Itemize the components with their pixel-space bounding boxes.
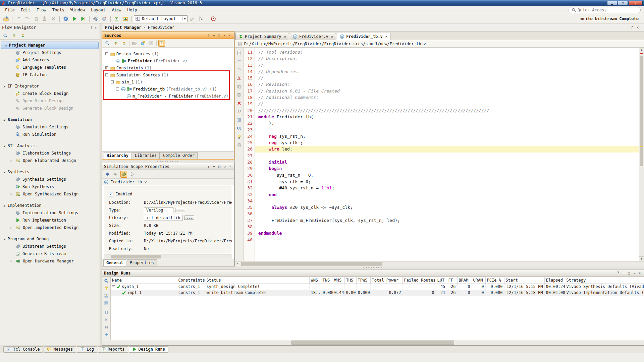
flow-item-create-block-design[interactable]: Create Block Design <box>0 90 100 97</box>
slashes-button[interactable]: // <box>236 108 243 115</box>
bottom-tab-tcl-console[interactable]: Tcl Console <box>3 346 43 353</box>
flow-item-generate-bitstream[interactable]: Generate Bitstream <box>0 250 100 257</box>
minimize-icon[interactable]: ─ <box>212 165 216 168</box>
settings-gear-button[interactable] <box>92 15 100 22</box>
menu-edit[interactable]: Edit <box>18 7 34 13</box>
redo-button[interactable] <box>236 66 243 73</box>
close-icon[interactable]: × <box>638 271 642 275</box>
property-value-field[interactable]: xil_defaultlib <box>144 215 182 221</box>
column-header-tpws[interactable]: TPWS <box>356 277 370 284</box>
xred-button[interactable] <box>236 100 243 107</box>
column-header-total-power[interactable]: Total Power <box>370 277 402 284</box>
maximize-icon[interactable]: □ <box>217 34 221 37</box>
find-button[interactable] <box>236 125 243 132</box>
flow-item-open-hardware-manager[interactable]: ▷Open Hardware Manager <box>0 257 100 265</box>
indent-button[interactable] <box>236 117 243 123</box>
undo-button[interactable] <box>14 15 22 22</box>
minimize-icon[interactable]: ─ <box>212 34 216 37</box>
open-project-button[interactable] <box>2 15 10 22</box>
flow-item-run-simulation[interactable]: Run Simulation <box>0 131 100 138</box>
editor-tab-fredivider-tb-v[interactable]: veFredivider_tb.v× <box>337 33 390 40</box>
flow-section-simulation[interactable]: ◢Simulation <box>0 116 100 123</box>
collapse-box-icon[interactable]: − <box>116 87 119 90</box>
browse-button[interactable]: ... <box>184 216 194 220</box>
flow-item-run-synthesis[interactable]: Run Synthesis <box>0 183 100 190</box>
page-button[interactable] <box>236 50 243 56</box>
column-header-pcie[interactable]: PCIe % <box>485 277 504 284</box>
flow-item-ip-catalog[interactable]: IPIP Catalog <box>0 71 100 78</box>
scroll-left-icon[interactable]: ◄ <box>235 261 240 266</box>
pointer-button[interactable] <box>129 171 136 178</box>
column-header-name[interactable]: Name <box>111 277 177 284</box>
column-header-wns[interactable]: WNS <box>309 277 321 284</box>
properties-tab-properties[interactable]: Properties <box>127 259 157 266</box>
expand-arrow-icon[interactable]: ▷ <box>10 259 13 263</box>
sources-tab-hierarchy[interactable]: Hierarchy <box>104 152 131 159</box>
close-button[interactable]: ✕ <box>629 1 643 5</box>
minimize-icon[interactable]: ─ <box>622 271 626 275</box>
bottom-tab-reports[interactable]: Reports <box>98 346 128 353</box>
redo-button[interactable] <box>23 15 31 22</box>
report-sigma-button[interactable]: Σ <box>113 15 121 22</box>
maximize-icon[interactable]: □ <box>217 165 221 168</box>
menu-layout[interactable]: Layout <box>88 7 108 13</box>
collapse-box-icon[interactable]: − <box>112 285 115 288</box>
flow-item-open-elaborated-design[interactable]: ▷Open Elaborated Design <box>0 157 100 164</box>
maximize-button[interactable]: ▢ <box>618 1 628 5</box>
back-button[interactable] <box>104 171 110 178</box>
properties-tab-general[interactable]: General <box>103 259 126 266</box>
expand-tree-button[interactable] <box>103 300 110 306</box>
flow-item-synthesis-settings[interactable]: Synthesis Settings <box>0 176 100 183</box>
column-header-ff[interactable]: FF <box>447 277 457 284</box>
flow-item-bitstream-settings[interactable]: Bitstream Settings <box>0 243 100 250</box>
tree-item-simulation-sources[interactable]: −Simulation Sources (1) <box>104 71 234 78</box>
filter-button[interactable] <box>103 286 110 291</box>
flow-item-implementation-settings[interactable]: Implementation Settings <box>0 209 100 217</box>
paste-button[interactable] <box>41 15 49 22</box>
search-button[interactable] <box>2 32 9 39</box>
collapse-box-icon[interactable]: − <box>111 80 114 83</box>
pointer-button[interactable] <box>197 15 205 22</box>
customize-gear-button[interactable] <box>100 15 108 22</box>
bottom-tab-log[interactable]: Log <box>77 346 97 353</box>
step-fwd-button[interactable] <box>103 324 110 330</box>
forward-button[interactable] <box>112 171 119 178</box>
flow-section-ip-integrator[interactable]: ◢IP Integrator <box>0 82 100 90</box>
close-tab-icon[interactable]: × <box>284 35 286 39</box>
close-icon[interactable]: × <box>228 165 232 168</box>
flow-item-open-synthesized-design[interactable]: ▷Open Synthesized Design <box>0 190 100 198</box>
column-header-start[interactable]: Start <box>504 277 544 284</box>
open-folder-button[interactable] <box>131 40 138 47</box>
clipboard-gray-button[interactable] <box>236 142 243 148</box>
flow-item-open-block-design[interactable]: Open Block Design <box>0 97 100 105</box>
sources-tab-libraries[interactable]: Libraries <box>132 152 160 159</box>
maximize-icon[interactable]: □ <box>627 271 631 275</box>
editor-tab-project-summary[interactable]: ΣProject Summary× <box>235 33 289 40</box>
design-run-row-synth-1[interactable]: −synth_1constrs_1synth_design Complete!4… <box>111 284 644 290</box>
track-selection-button[interactable] <box>158 40 165 47</box>
float-icon[interactable]: ↗ <box>222 34 226 37</box>
tree-item-fredivider[interactable]: veFreDivider (FreDivider.v) <box>104 57 234 64</box>
menu-tools[interactable]: Tools <box>49 7 67 13</box>
flow-item-add-sources[interactable]: Add Sources <box>0 56 100 64</box>
column-header-constraints[interactable]: Constraints <box>177 277 205 284</box>
bottom-tab-messages[interactable]: Messages <box>44 346 76 353</box>
flow-item-generate-block-design[interactable]: Generate Block Design <box>0 105 100 112</box>
close-icon[interactable]: × <box>635 25 641 30</box>
delete-button[interactable] <box>49 15 57 22</box>
step-back-button[interactable] <box>103 317 110 322</box>
help-button[interactable]: ? <box>148 40 155 47</box>
expand-box-icon[interactable]: + <box>105 66 108 69</box>
copy-button[interactable] <box>32 15 40 22</box>
dashboard-button[interactable] <box>209 15 217 22</box>
tree-item-sim-1[interactable]: −sim_1 (1) <box>104 78 234 85</box>
float-icon[interactable]: ↗ <box>223 165 227 168</box>
tree-item-design-sources[interactable]: −Design Sources (1) <box>104 50 234 57</box>
column-header-status[interactable]: Status <box>205 277 309 284</box>
code-editor[interactable]: 1112131415161718192021222324252627282930… <box>244 48 639 261</box>
column-header-strategy[interactable]: Strategy <box>565 277 644 284</box>
collapse-box-icon[interactable]: − <box>105 52 108 55</box>
flow-item-open-implemented-design[interactable]: ▷Open Implemented Design <box>0 224 100 231</box>
flow-item-run-implementation[interactable]: Run Implementation <box>0 217 100 224</box>
collapse-tree-button[interactable] <box>103 293 110 298</box>
